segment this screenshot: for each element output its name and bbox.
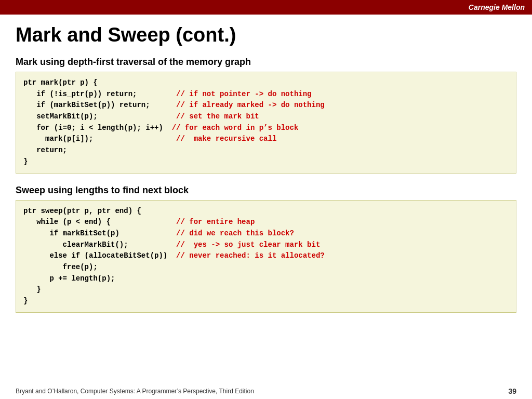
code-line: } <box>23 284 509 296</box>
code-text: } <box>23 284 41 296</box>
code-text: if markBitSet(p) <box>23 228 176 240</box>
code-line: if markBitSet(p) // did we reach this bl… <box>23 228 509 240</box>
code-line: p += length(p); <box>23 273 509 285</box>
code-text: if (markBitSet(p)) return; <box>23 100 176 111</box>
top-bar: Carnegie Mellon <box>0 0 532 15</box>
mark-section: Mark using depth-first traversal of the … <box>16 57 516 174</box>
code-text: while (p < end) { <box>23 217 176 228</box>
university-title: Carnegie Mellon <box>469 3 525 11</box>
code-line: for (i=0; i < length(p); i++) // for eac… <box>23 123 509 134</box>
footer: Bryant and O’Hallaron, Computer Systems:… <box>0 383 532 399</box>
code-text: } <box>23 156 28 168</box>
mark-code-box: ptr mark(ptr p) { if (!is_ptr(p)) return… <box>16 72 516 174</box>
code-text: ptr mark(ptr p) { <box>23 77 98 89</box>
code-line: clearMarkBit(); // yes -> so just clear … <box>23 240 509 251</box>
code-text: } <box>23 296 28 307</box>
code-text: return; <box>23 145 67 156</box>
code-text: free(p); <box>23 262 98 273</box>
code-text: mark(p[i]); <box>23 134 176 145</box>
code-line: } <box>23 156 509 168</box>
code-line: free(p); <box>23 262 509 273</box>
code-comment: // did we reach this block? <box>176 228 294 240</box>
code-comment: // for entire heap <box>176 217 255 228</box>
footer-page-number: 39 <box>508 387 516 395</box>
sweep-code-box: ptr sweep(ptr p, ptr end) { while (p < e… <box>16 200 516 313</box>
code-text: if (!is_ptr(p)) return; <box>23 89 176 100</box>
sweep-section-heading: Sweep using lengths to find next block <box>16 185 516 196</box>
code-line: if (markBitSet(p)) return; // if already… <box>23 100 509 111</box>
code-line: setMarkBit(p); // set the mark bit <box>23 111 509 123</box>
code-line: if (!is_ptr(p)) return; // if not pointe… <box>23 89 509 100</box>
code-comment: // for each word in p’s block <box>172 123 299 134</box>
code-text: else if (allocateBitSet(p)) <box>23 250 176 262</box>
code-line: mark(p[i]); // make recursive call <box>23 134 509 145</box>
page-title: Mark and Sweep (cont.) <box>16 24 516 46</box>
code-line: ptr mark(ptr p) { <box>23 77 509 89</box>
code-comment: // never reached: is it allocated? <box>176 250 325 262</box>
code-comment: // make recursive call <box>176 134 276 145</box>
code-text: for (i=0; i < length(p); i++) <box>23 123 172 134</box>
code-text: ptr sweep(ptr p, ptr end) { <box>23 206 141 217</box>
code-line: while (p < end) { // for entire heap <box>23 217 509 228</box>
mark-section-heading: Mark using depth-first traversal of the … <box>16 57 516 68</box>
code-line: } <box>23 296 509 307</box>
code-text: setMarkBit(p); <box>23 111 176 123</box>
code-comment: // set the mark bit <box>176 111 259 123</box>
code-line: ptr sweep(ptr p, ptr end) { <box>23 206 509 217</box>
code-comment: // if already marked -> do nothing <box>176 100 325 111</box>
code-comment: // if not pointer -> do nothing <box>176 89 311 100</box>
sweep-section: Sweep using lengths to find next block p… <box>16 185 516 313</box>
code-line: return; <box>23 145 509 156</box>
code-text: clearMarkBit(); <box>23 240 176 251</box>
code-text: p += length(p); <box>23 273 115 285</box>
code-line: else if (allocateBitSet(p)) // never rea… <box>23 250 509 262</box>
code-comment: // yes -> so just clear mark bit <box>176 240 320 251</box>
footer-citation: Bryant and O’Hallaron, Computer Systems:… <box>16 388 254 395</box>
main-content: Mark and Sweep (cont.) Mark using depth-… <box>0 15 532 383</box>
